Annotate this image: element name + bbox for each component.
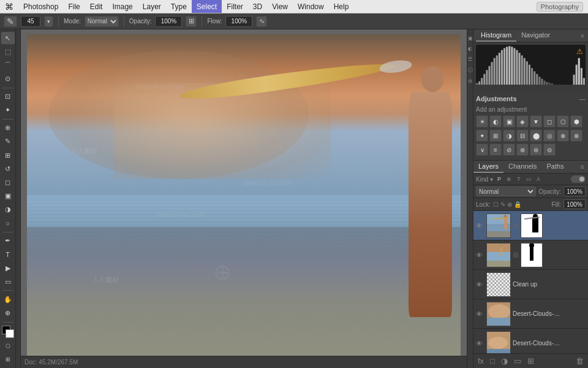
pen-tool[interactable]: ✒ (1, 235, 15, 247)
panel-icon-info[interactable]: ⓘ (468, 67, 473, 74)
filter-toggle[interactable] (571, 175, 586, 183)
adj-levels[interactable]: ◐ (489, 115, 502, 128)
crop-tool[interactable]: ⊡ (1, 90, 15, 102)
new-fill-layer-btn[interactable]: ◑ (499, 356, 510, 366)
menu-photoshop[interactable]: Photoshop (18, 0, 63, 13)
menu-layer[interactable]: Layer (138, 0, 166, 13)
filter-icon-smart[interactable]: A (534, 175, 543, 183)
new-group-btn[interactable]: ▭ (512, 356, 523, 366)
histogram-menu-btn[interactable]: ≡ (579, 31, 586, 40)
panel-icon-tools[interactable]: ⚙ (468, 79, 473, 84)
stamp-tool[interactable]: ⊞ (1, 149, 15, 161)
filter-icon-type[interactable]: T (514, 175, 523, 183)
menu-help[interactable]: Help (329, 0, 354, 13)
filter-icon-adj[interactable]: ⊕ (505, 175, 513, 183)
layer-visibility-btn[interactable]: 👁 (476, 340, 484, 347)
new-layer-btn[interactable]: ⊞ (526, 356, 536, 366)
adjustments-collapse-btn[interactable]: — (579, 96, 586, 102)
adj-extra5[interactable]: ⊜ (530, 144, 542, 156)
layer-item[interactable]: 👁 Clean up (473, 270, 588, 299)
adj-brightness[interactable]: ☀ (476, 115, 488, 128)
layer-visibility-btn[interactable]: 👁 (476, 281, 484, 288)
lock-position-btn[interactable]: ✎ (500, 201, 505, 208)
layers-tab-layers[interactable]: Layers (473, 161, 503, 173)
adj-extra2[interactable]: ≡ (489, 144, 502, 156)
screen-mode-btn[interactable]: ⊞ (1, 353, 15, 366)
layers-tab-channels[interactable]: Channels (503, 161, 541, 173)
menu-image[interactable]: Image (107, 0, 137, 13)
apple-menu[interactable]: ⌘ (0, 2, 18, 12)
eraser-tool[interactable]: ◻ (1, 176, 15, 188)
brush-size-options[interactable]: ▾ (44, 16, 53, 27)
panel-icon-layers[interactable]: ☰ (468, 56, 473, 62)
lock-artboard-btn[interactable]: ⊕ (507, 201, 512, 208)
hand-tool[interactable]: ✋ (1, 293, 15, 305)
adj-exposure[interactable]: ◈ (516, 115, 529, 128)
adj-extra6[interactable]: ⊝ (543, 144, 556, 156)
adj-vibrance[interactable]: ▼ (530, 115, 542, 128)
adj-curves[interactable]: ▣ (503, 115, 515, 128)
filter-icon-shape[interactable]: ▭ (524, 175, 533, 183)
add-layer-style-btn[interactable]: fx (476, 356, 486, 366)
lock-pixels-btn[interactable]: ☐ (493, 201, 499, 208)
menu-filter[interactable]: Filter (222, 0, 248, 13)
adj-hsl[interactable]: ◻ (543, 115, 556, 128)
fill-input[interactable] (564, 199, 586, 209)
menu-file[interactable]: File (63, 0, 85, 13)
canvas-area[interactable]: www.rr-sc.com 人人素材 www.rr-sc.com 人人素材 ww… (21, 29, 467, 368)
menu-select[interactable]: Select (192, 0, 222, 13)
workspace-selector[interactable]: Photography (537, 2, 583, 12)
layers-panel-menu[interactable]: ≡ (577, 163, 588, 171)
quick-mask-btn[interactable]: ⬡ (1, 340, 15, 352)
layer-item[interactable]: 👁 Desert-Clouds-… (473, 329, 588, 353)
history-tool[interactable]: ↺ (1, 163, 15, 175)
brush-size-input[interactable] (21, 16, 40, 27)
layer-visibility-btn[interactable]: 👁 (476, 310, 484, 318)
adj-photo-filter[interactable]: ✦ (476, 129, 488, 142)
adj-extra4[interactable]: ⊛ (516, 144, 529, 156)
zoom-tool[interactable]: ⊕ (1, 307, 15, 319)
opacity-icon[interactable]: ⊞ (186, 16, 197, 27)
quick-select-tool[interactable]: ⊙ (1, 72, 15, 85)
brush-tool[interactable]: ✎ (1, 136, 15, 148)
layer-item[interactable]: 👁 Desert-Clouds-… (473, 299, 588, 329)
adj-threshold[interactable]: ◎ (543, 129, 556, 142)
adj-gradient-map[interactable]: ⊕ (557, 129, 569, 142)
opacity-input[interactable] (155, 16, 182, 27)
layers-tab-paths[interactable]: Paths (542, 161, 569, 173)
move-tool[interactable]: ↖ (1, 32, 15, 44)
add-mask-btn[interactable]: □ (488, 356, 497, 366)
adj-extra1[interactable]: ∨ (476, 144, 488, 156)
adj-extra3[interactable]: ⊘ (503, 144, 515, 156)
foreground-color[interactable] (2, 326, 14, 337)
layer-visibility-btn[interactable]: 👁 (476, 251, 484, 259)
adj-color-lookup[interactable]: ◑ (503, 129, 515, 142)
adj-bw[interactable]: ⬢ (570, 115, 582, 128)
blend-mode-select[interactable]: NormalMultiplyScreen (476, 186, 536, 196)
airbrush-btn[interactable]: ∿ (256, 16, 267, 27)
menu-window[interactable]: Window (293, 0, 329, 13)
lasso-tool[interactable]: ⌒ (1, 59, 15, 71)
menu-3d[interactable]: 3D (248, 0, 267, 13)
gradient-tool[interactable]: ▣ (1, 190, 15, 202)
selection-tool[interactable]: ⬚ (1, 45, 15, 58)
opacity-row-input[interactable] (564, 186, 586, 196)
healing-tool[interactable]: ⊕ (1, 122, 15, 134)
layer-visibility-btn[interactable]: 👁 (476, 222, 484, 229)
panel-icon-hist[interactable]: ▣ (468, 36, 473, 41)
menu-edit[interactable]: Edit (85, 0, 108, 13)
mode-select[interactable]: Normal Multiply Screen (85, 16, 119, 27)
layer-item[interactable]: 👁 ⛓ (473, 240, 588, 270)
adj-colorbalance[interactable]: ⬡ (557, 115, 569, 128)
text-tool[interactable]: T (1, 248, 15, 261)
adj-channel-mixer[interactable]: ⊞ (489, 129, 502, 142)
path-selection-tool[interactable]: ▶ (1, 262, 15, 274)
panel-icon-adj[interactable]: ◐ (468, 46, 473, 52)
filter-icon-pixel[interactable]: P (495, 175, 503, 183)
menu-type[interactable]: Type (166, 0, 192, 13)
shape-tool[interactable]: ▭ (1, 275, 15, 288)
tool-icon-btn[interactable]: ✎ (4, 16, 17, 27)
eyedropper-tool[interactable]: ✦ (1, 104, 15, 117)
layer-item[interactable]: 👁 ⛓ (473, 211, 588, 240)
lock-all-btn[interactable]: 🔒 (514, 201, 521, 208)
